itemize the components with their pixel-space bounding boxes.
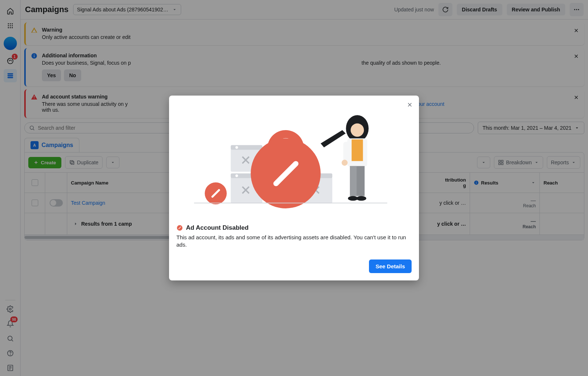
modal-text: This ad account, its ads and some of its… bbox=[176, 234, 412, 249]
modal-title: Ad Account Disabled bbox=[186, 224, 248, 232]
illustration bbox=[176, 103, 412, 217]
disabled-account-modal: Ad Account Disabled This ad account, its… bbox=[169, 96, 419, 281]
svg-point-55 bbox=[351, 123, 364, 137]
svg-rect-61 bbox=[350, 166, 356, 196]
svg-rect-57 bbox=[352, 139, 363, 161]
disabled-icon bbox=[176, 225, 183, 231]
svg-point-49 bbox=[236, 146, 238, 148]
svg-point-59 bbox=[342, 160, 348, 165]
svg-point-40 bbox=[236, 174, 238, 177]
svg-rect-58 bbox=[343, 142, 349, 161]
svg-point-63 bbox=[356, 196, 366, 201]
modal-backdrop[interactable]: Ad Account Disabled This ad account, its… bbox=[0, 0, 588, 376]
svg-rect-64 bbox=[194, 203, 387, 203]
see-details-button[interactable]: See Details bbox=[369, 259, 412, 273]
